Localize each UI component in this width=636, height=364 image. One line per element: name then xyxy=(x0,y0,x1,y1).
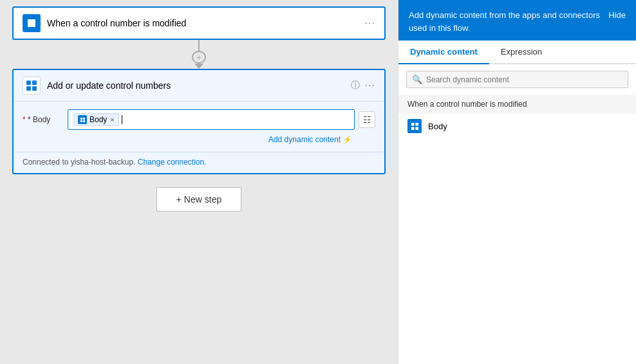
canvas-area: When a control number is modified ··· + … xyxy=(0,0,398,364)
text-cursor xyxy=(122,115,122,124)
svg-rect-4 xyxy=(32,86,37,91)
svg-rect-3 xyxy=(26,86,31,91)
svg-rect-2 xyxy=(32,80,37,85)
panel-tabs: Dynamic content Expression xyxy=(398,41,636,64)
new-step-button[interactable]: + New step xyxy=(156,187,241,212)
action-more-button[interactable]: ··· xyxy=(365,80,375,91)
action-block: Add or update control numbers ⓘ ··· * * … xyxy=(12,69,386,174)
array-icon-button[interactable]: ☷ xyxy=(359,111,375,128)
connector-circle[interactable]: + xyxy=(192,51,206,64)
dynamic-content-section-header: When a control number is modified xyxy=(398,95,636,114)
action-block-body: * * Body Body × xyxy=(14,102,384,152)
add-dynamic-link[interactable]: Add dynamic content ⚡ xyxy=(268,135,352,144)
dynamic-item-body-label: Body xyxy=(428,122,447,131)
body-field-row: * * Body Body × xyxy=(23,109,375,130)
token-svg-icon xyxy=(80,117,86,123)
body-label-text: * Body xyxy=(28,115,50,124)
add-dynamic-text: Add dynamic content xyxy=(268,135,341,144)
svg-rect-9 xyxy=(411,122,414,125)
connector-line-top xyxy=(198,40,200,51)
tab-expression-label: Expression xyxy=(501,47,542,57)
panel-hide-button[interactable]: Hide xyxy=(608,10,626,20)
tab-dynamic-label: Dynamic content xyxy=(410,47,478,57)
action-icon xyxy=(23,77,41,95)
svg-rect-0 xyxy=(28,19,35,27)
svg-rect-1 xyxy=(26,80,31,85)
svg-rect-7 xyxy=(80,120,82,122)
right-panel: Add dynamic content from the apps and co… xyxy=(398,0,636,364)
dynamic-item-body-icon xyxy=(407,119,422,133)
body-field-label: * * Body xyxy=(23,115,68,124)
tab-dynamic-content[interactable]: Dynamic content xyxy=(398,41,489,63)
dynamic-item-body-svg xyxy=(411,122,419,131)
svg-rect-12 xyxy=(415,127,418,130)
add-dynamic-row: Add dynamic content ⚡ xyxy=(23,135,375,144)
action-svg-icon xyxy=(26,80,37,91)
search-box[interactable]: 🔍 xyxy=(406,71,628,88)
lightning-icon: ⚡ xyxy=(343,136,352,144)
tab-expression[interactable]: Expression xyxy=(489,41,554,63)
change-connection-link[interactable]: Change connection. xyxy=(138,158,207,167)
token-text: Body xyxy=(89,115,107,124)
svg-rect-6 xyxy=(82,117,84,119)
body-token: Body × xyxy=(73,113,119,126)
svg-rect-8 xyxy=(82,120,84,122)
connected-text: Connected to yisha-host-backup. xyxy=(23,158,135,167)
trigger-more-button[interactable]: ··· xyxy=(365,17,375,29)
token-remove-button[interactable]: × xyxy=(110,116,114,123)
trigger-svg-icon xyxy=(26,18,37,28)
action-title: Add or update control numbers xyxy=(47,80,346,91)
trigger-title: When a control number is modified xyxy=(47,18,365,28)
trigger-block: When a control number is modified ··· xyxy=(12,6,386,40)
connector-arrow xyxy=(194,64,203,69)
search-icon: 🔍 xyxy=(412,75,422,84)
action-block-header: Add or update control numbers ⓘ ··· xyxy=(14,70,384,102)
trigger-icon xyxy=(23,14,41,32)
svg-rect-10 xyxy=(415,122,418,125)
search-input[interactable] xyxy=(426,75,622,84)
required-marker: * xyxy=(23,115,28,124)
svg-rect-11 xyxy=(411,127,414,130)
body-token-input[interactable]: Body × xyxy=(68,109,355,130)
dynamic-item-body[interactable]: Body xyxy=(398,114,636,138)
connector: + xyxy=(192,40,206,69)
connected-info: Connected to yisha-host-backup. Change c… xyxy=(14,152,384,173)
action-info-icon[interactable]: ⓘ xyxy=(351,80,360,91)
panel-header-text: Add dynamic content from the apps and co… xyxy=(409,9,608,34)
svg-rect-5 xyxy=(80,117,82,119)
panel-header: Add dynamic content from the apps and co… xyxy=(398,0,636,41)
token-icon xyxy=(78,115,87,124)
